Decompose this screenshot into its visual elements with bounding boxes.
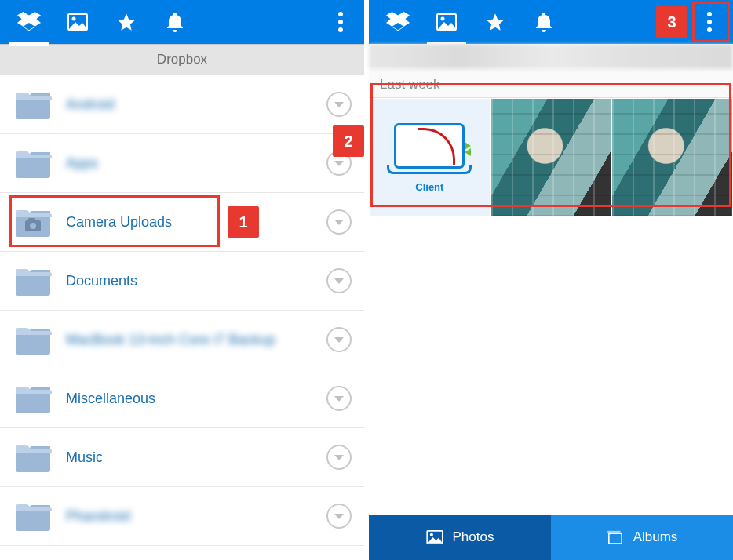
tab-dropbox-r[interactable]	[374, 0, 422, 44]
section-label-text: Last week	[380, 77, 440, 92]
tab-favorites-r[interactable]	[471, 0, 520, 44]
bottom-tab-albums-label: Albums	[633, 529, 678, 545]
folder-expand-button[interactable]	[326, 268, 352, 293]
screen-files: Dropbox AndroidAppsCamera UploadsDocumen…	[0, 0, 364, 560]
folder-expand-button[interactable]	[326, 445, 352, 470]
bottom-tab-photos-label: Photos	[453, 529, 494, 545]
photos-icon	[67, 13, 88, 31]
bottom-tab-photos[interactable]: Photos	[369, 515, 551, 560]
section-label: Last week	[369, 69, 733, 98]
folder-expand-button[interactable]	[326, 151, 352, 176]
topbar-left	[0, 0, 364, 44]
bottom-tab-albums[interactable]: Albums	[551, 515, 733, 560]
chevron-down-icon	[334, 514, 344, 519]
more-icon	[707, 10, 712, 34]
photos-icon	[436, 13, 457, 31]
photos-empty-space	[369, 217, 733, 515]
svg-point-1	[72, 17, 76, 21]
bottom-tabs: Photos Albums	[369, 515, 733, 560]
tab-photos-r[interactable]	[422, 0, 471, 44]
chevron-down-icon	[334, 278, 344, 284]
thumb-client-diagram[interactable]: Client	[369, 98, 490, 217]
folder-item[interactable]: Camera Uploads	[0, 193, 364, 252]
folder-name: MacBook 13-inch Core i7 Backup	[66, 332, 326, 348]
folder-icon	[14, 500, 52, 532]
photos-icon	[426, 530, 443, 544]
chevron-down-icon	[334, 396, 344, 402]
chevron-down-icon	[334, 455, 344, 460]
bell-icon	[166, 12, 184, 32]
folder-item[interactable]: MacBook 13-inch Core i7 Backup	[0, 311, 364, 369]
thumb-client-label: Client	[415, 181, 443, 193]
folder-icon	[14, 89, 52, 120]
screen-photos: Last week Client Photos Albums 3	[369, 0, 733, 560]
folder-expand-button[interactable]	[326, 386, 352, 411]
menu-button-right[interactable]	[691, 0, 728, 44]
folder-item[interactable]: Android	[0, 75, 364, 134]
folder-icon	[14, 383, 52, 414]
folder-item[interactable]: Phandroid	[0, 487, 364, 546]
star-icon	[485, 12, 505, 32]
svg-point-3	[30, 223, 36, 229]
prev-section-edge	[369, 44, 733, 69]
bell-icon	[534, 12, 553, 32]
folder-expand-button[interactable]	[326, 209, 352, 235]
camera-folder-icon	[14, 206, 52, 238]
thumb-graffiti-1[interactable]	[490, 98, 612, 217]
folder-list: AndroidAppsCamera UploadsDocumentsMacBoo…	[0, 75, 364, 560]
svg-point-8	[429, 533, 432, 536]
arrow-in-icon	[465, 148, 471, 156]
folder-name: Apps	[66, 155, 326, 172]
folder-expand-button[interactable]	[326, 504, 352, 529]
chevron-down-icon	[334, 161, 344, 166]
folder-item[interactable]: Documents	[0, 252, 364, 311]
folder-icon	[14, 265, 52, 296]
tab-dropbox[interactable]	[5, 0, 53, 44]
header-title: Dropbox	[0, 44, 364, 75]
tab-favorites[interactable]	[102, 0, 151, 44]
folder-name: Android	[66, 96, 326, 113]
svg-rect-4	[28, 218, 35, 221]
thumb-graffiti-2[interactable]	[611, 98, 733, 217]
folder-icon	[14, 442, 52, 473]
tab-notifications[interactable]	[151, 0, 199, 44]
star-icon	[116, 12, 137, 32]
dropbox-icon	[386, 11, 410, 33]
folder-item[interactable]: Music	[0, 428, 364, 487]
dropbox-icon	[17, 11, 41, 33]
menu-button-left[interactable]	[322, 0, 359, 44]
folder-item[interactable]: Miscellaneous	[0, 369, 364, 428]
folder-icon	[14, 147, 52, 179]
folder-expand-button[interactable]	[326, 92, 352, 117]
chevron-down-icon	[334, 337, 344, 343]
more-icon	[338, 10, 343, 34]
folder-name: Documents	[66, 273, 326, 289]
folder-expand-button[interactable]	[326, 327, 352, 352]
topbar-right	[369, 0, 733, 44]
folder-name: Music	[66, 449, 326, 466]
tab-photos[interactable]	[53, 0, 102, 44]
folder-icon	[14, 324, 52, 355]
header-title-text: Dropbox	[157, 52, 207, 67]
folder-name: Miscellaneous	[66, 391, 326, 407]
svg-rect-9	[608, 533, 621, 544]
folder-name: Camera Uploads	[66, 214, 326, 231]
albums-icon	[607, 530, 624, 544]
chevron-down-icon	[334, 102, 344, 107]
svg-rect-10	[607, 531, 620, 533]
thumbnail-row: Client	[369, 98, 733, 217]
svg-point-6	[441, 17, 445, 21]
folder-name: Phandroid	[66, 508, 326, 525]
chevron-down-icon	[334, 220, 344, 225]
folder-item[interactable]: Apps	[0, 134, 364, 193]
tab-notifications-r[interactable]	[520, 0, 568, 44]
